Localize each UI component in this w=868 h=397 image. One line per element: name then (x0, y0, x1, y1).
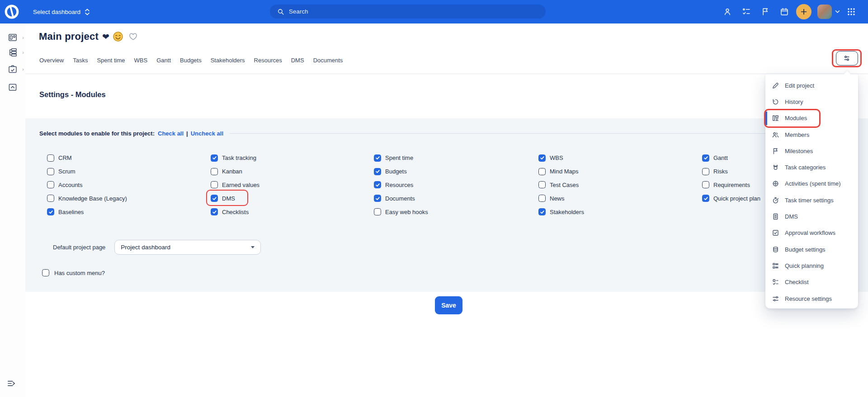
topbar-actions (713, 0, 856, 23)
menu-item-label: Task categories (785, 164, 826, 171)
module-checklists-checkbox[interactable] (211, 208, 218, 215)
menu-item-task-categories[interactable]: Task categories (765, 159, 858, 175)
module-earned-values-checkbox[interactable] (211, 181, 218, 188)
sidebar-item-4[interactable] (0, 82, 25, 93)
profile-icon[interactable] (723, 7, 732, 16)
module-mind-maps-checkbox[interactable] (538, 168, 546, 175)
module-knowledge-base-legacy[interactable]: Knowledge Base (Legacy) (47, 191, 127, 205)
module-accounts[interactable]: Accounts (47, 178, 127, 192)
tab-spent-time[interactable]: Spent time (97, 55, 125, 65)
module-easy-web-hooks-checkbox[interactable] (374, 208, 381, 215)
apps-grid-icon[interactable] (846, 7, 856, 17)
module-test-cases[interactable]: Test Cases (538, 178, 584, 192)
module-risks-checkbox[interactable] (702, 168, 709, 175)
module-spent-time-checkbox[interactable] (374, 154, 381, 162)
module-documents-checkbox[interactable] (374, 195, 381, 202)
module-budgets-checkbox[interactable] (374, 168, 381, 175)
module-gantt-checkbox[interactable] (702, 154, 709, 162)
module-requirements[interactable]: Requirements (702, 178, 760, 192)
menu-item-quick-planning[interactable]: Quick planning (765, 257, 858, 274)
module-stakeholders-checkbox[interactable] (538, 208, 546, 215)
module-easy-web-hooks[interactable]: Easy web hooks (374, 205, 428, 219)
tab-tasks[interactable]: Tasks (73, 55, 88, 65)
module-task-tracking-checkbox[interactable] (211, 154, 218, 162)
default-page-select[interactable]: Project dashboard (114, 240, 261, 255)
module-knowledge-base-legacy-checkbox[interactable] (47, 195, 54, 202)
menu-item-modules[interactable]: Modules (765, 110, 858, 126)
module-scrum[interactable]: Scrum (47, 165, 127, 178)
module-risks[interactable]: Risks (702, 165, 760, 178)
menu-item-activities-spent-time[interactable]: Activities (spent time) (765, 176, 858, 192)
check-icon (212, 196, 217, 201)
tab-dms[interactable]: DMS (291, 55, 304, 65)
search-input[interactable]: Search (270, 5, 546, 19)
module-news[interactable]: News (538, 191, 584, 205)
module-budgets[interactable]: Budgets (374, 165, 428, 178)
menu-item-task-timer-settings[interactable]: Task timer settings (765, 192, 858, 208)
module-scrum-checkbox[interactable] (47, 168, 54, 175)
module-label: Budgets (385, 168, 407, 175)
module-stakeholders[interactable]: Stakeholders (538, 205, 584, 219)
module-task-tracking[interactable]: Task tracking (211, 151, 259, 165)
custom-menu-row[interactable]: Has custom menu? (42, 269, 105, 276)
app-logo[interactable] (3, 3, 21, 21)
menu-item-members[interactable]: Members (765, 126, 858, 143)
calendar-icon[interactable] (780, 7, 789, 16)
tasks-icon[interactable] (742, 7, 751, 16)
flag-icon[interactable] (761, 7, 770, 16)
sidebar-item-2[interactable]: › (0, 47, 25, 58)
menu-item-history[interactable]: History (765, 93, 858, 110)
module-dms-checkbox[interactable] (211, 195, 218, 202)
add-button[interactable] (796, 4, 811, 19)
tab-documents[interactable]: Documents (313, 55, 343, 65)
module-dms[interactable]: DMS (211, 191, 259, 205)
check-all-link[interactable]: Check all (158, 130, 184, 137)
expand-sidebar-icon[interactable] (6, 378, 17, 389)
menu-item-budget-settings[interactable]: Budget settings (765, 241, 858, 257)
save-button[interactable]: Save (435, 296, 462, 314)
menu-item-resource-settings[interactable]: Resource settings (765, 290, 858, 307)
tab-budgets[interactable]: Budgets (180, 55, 202, 65)
module-earned-values[interactable]: Earned values (211, 178, 259, 192)
menu-item-dms[interactable]: DMS (765, 208, 858, 224)
sidebar-item-1[interactable]: › (0, 32, 25, 43)
menu-item-approval-workflows[interactable]: Approval workflows (765, 225, 858, 241)
project-settings-button[interactable] (836, 51, 858, 65)
custom-menu-checkbox[interactable] (42, 269, 49, 276)
dashboard-selector[interactable]: Select dashboard (33, 0, 90, 23)
tab-gantt[interactable]: Gantt (156, 55, 171, 65)
module-documents[interactable]: Documents (374, 191, 428, 205)
module-wbs[interactable]: WBS (538, 151, 584, 165)
module-mind-maps[interactable]: Mind Maps (538, 165, 584, 178)
module-checklists[interactable]: Checklists (211, 205, 259, 219)
tab-resources[interactable]: Resources (254, 55, 282, 65)
module-accounts-checkbox[interactable] (47, 181, 54, 188)
module-baselines[interactable]: Baselines (47, 205, 127, 219)
tab-overview[interactable]: Overview (39, 55, 64, 65)
module-baselines-checkbox[interactable] (47, 208, 54, 215)
module-resources[interactable]: Resources (374, 178, 428, 192)
module-gantt[interactable]: Gantt (702, 151, 760, 165)
favorite-heart-icon[interactable] (129, 33, 137, 41)
tab-wbs[interactable]: WBS (134, 55, 148, 65)
module-crm-checkbox[interactable] (47, 154, 54, 162)
sidebar-item-3[interactable]: › (0, 64, 25, 75)
module-resources-checkbox[interactable] (374, 181, 381, 188)
avatar[interactable] (817, 5, 832, 19)
module-news-checkbox[interactable] (538, 195, 546, 202)
module-spent-time[interactable]: Spent time (374, 151, 428, 165)
chevron-down-icon[interactable] (835, 10, 840, 14)
menu-item-checklist[interactable]: Checklist (765, 274, 858, 290)
uncheck-all-link[interactable]: Uncheck all (191, 130, 223, 137)
module-kanban-checkbox[interactable] (211, 168, 218, 175)
module-wbs-checkbox[interactable] (538, 154, 546, 162)
module-kanban[interactable]: Kanban (211, 165, 259, 178)
menu-item-milestones[interactable]: Milestones (765, 143, 858, 159)
module-test-cases-checkbox[interactable] (538, 181, 546, 188)
module-quick-project-plan-checkbox[interactable] (702, 195, 709, 202)
module-crm[interactable]: CRM (47, 151, 127, 165)
tab-stakeholders[interactable]: Stakeholders (211, 55, 245, 65)
module-quick-project-plan[interactable]: Quick project plan (702, 191, 760, 205)
menu-item-edit-project[interactable]: Edit project (765, 77, 858, 93)
module-requirements-checkbox[interactable] (702, 181, 709, 188)
